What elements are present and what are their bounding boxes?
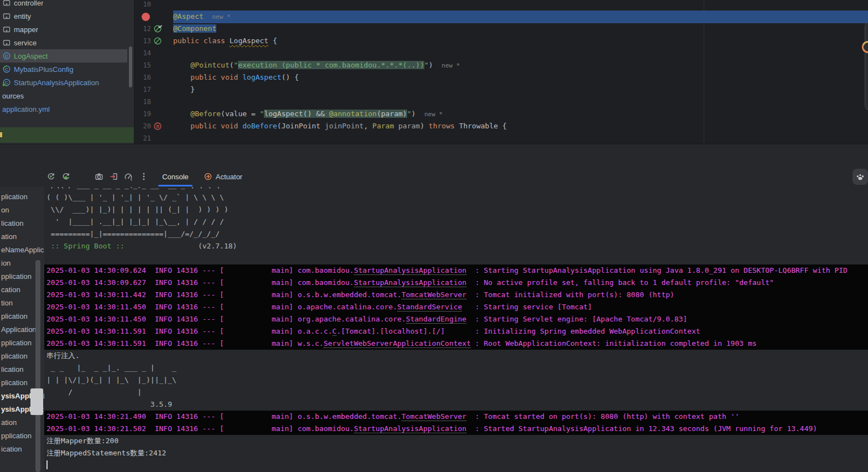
console-class-link[interactable]: StandardService: [397, 303, 462, 312]
code-token: ): [420, 122, 429, 130]
list-item[interactable]: lication: [1, 217, 44, 230]
code-text: @Pointcut("execution (public * com.baomi…: [173, 59, 868, 72]
line-number: 20: [134, 120, 151, 132]
tree-item-mybatisplusconfig[interactable]: CMybatisPlusConfig: [0, 63, 134, 76]
editor-line-17[interactable]: 17 }: [134, 84, 868, 96]
aspect-advice-icon[interactable]: m: [153, 122, 162, 131]
code-token: [320, 122, 325, 130]
tree-item-logaspect[interactable]: CLogAspect: [0, 49, 127, 63]
list-item[interactable]: on: [1, 204, 44, 217]
config-icon: C: [2, 65, 11, 74]
code-token: joinPoint: [325, 122, 363, 130]
code-token: (: [277, 122, 282, 130]
console-text: 2025-01-03 14:30:21.490 INFO 14316 --- […: [46, 412, 402, 421]
console-line: / |: [44, 386, 868, 398]
editor-line-11[interactable]: @Aspect new *: [134, 11, 868, 23]
code-token: }: [173, 85, 195, 94]
spring-gutter-icon[interactable]: [153, 37, 162, 45]
tree-item-application-yml[interactable]: application.yml: [0, 102, 134, 116]
run-toolbar: ConsoleActuator: [0, 166, 868, 187]
editor-line-10[interactable]: 10: [134, 0, 868, 11]
console-text: 2025-01-03 14:30:09.624 INFO 14316 --- […: [46, 266, 354, 274]
tree-item-label: LogAspect: [14, 52, 48, 60]
console-class-link[interactable]: TomcatWebServer: [402, 291, 466, 299]
list-selection-highlight: [30, 388, 43, 415]
console-text: :: Spring Boot ::: [46, 242, 124, 250]
code-text: public void logAspect() {: [173, 71, 868, 84]
attach-button[interactable]: [110, 172, 118, 181]
code-text: public void doBefore(JoinPoint joinPoint…: [173, 120, 868, 132]
rerun-button[interactable]: [46, 172, 55, 181]
editor-line-19[interactable]: 19 @Before(value = "logAspect() && @anno…: [134, 108, 868, 120]
run-highlight-row[interactable]: [0, 127, 134, 143]
console-line: [44, 459, 868, 471]
editor-line-14[interactable]: 14: [134, 47, 868, 59]
editor-line-15[interactable]: 15 @Pointcut("execution (public * com.ba…: [134, 59, 868, 71]
editor-line-18[interactable]: 18: [134, 96, 868, 108]
console-log-line: 2025-01-03 14:30:09.627 INFO 14316 --- […: [44, 277, 868, 289]
list-item[interactable]: eNameApplic: [1, 243, 44, 257]
console-text: : Tomcat started on port(s): 8080 (http)…: [466, 412, 739, 421]
console-log-line: 2025-01-03 14:30:11.450 INFO 14316 --- […: [44, 301, 868, 313]
code-editor[interactable]: 10@Aspect new *12@Component13public clas…: [134, 0, 868, 144]
tree-item-startupanalysisapplication[interactable]: CStartupAnalysisApplication: [0, 76, 134, 89]
console-text: : Tomcat initialized with port(s): 8080 …: [466, 291, 674, 299]
list-scrollbar[interactable]: [35, 260, 40, 472]
tree-item-label: mapper: [14, 25, 38, 34]
splitter-strip: [0, 144, 868, 166]
list-item[interactable]: plication: [1, 190, 44, 204]
tab-console[interactable]: Console: [158, 166, 193, 187]
breakpoint-icon[interactable]: [142, 13, 150, 21]
metrics-button[interactable]: [124, 172, 133, 181]
console-class-link[interactable]: TomcatWebServer: [402, 412, 466, 421]
console-log-line: 2025-01-03 14:30:11.591 INFO 14316 --- […: [44, 338, 868, 350]
snapshot-button[interactable]: [95, 172, 103, 181]
editor-line-21[interactable]: 21: [134, 132, 868, 144]
console-line: _ _ |_ _ _|_. ___ _ | _: [44, 362, 868, 374]
console-output[interactable]: /\\ / ___'_ __ _ _(_)_ __ __ _ \ \ \ \( …: [44, 187, 868, 472]
plugin-paw-button[interactable]: [853, 169, 868, 185]
console-text: ' |____| .__|_| |_|_| |_\__, | / / / /: [46, 217, 224, 226]
status-ring-icon[interactable]: [857, 39, 868, 55]
tab-actuator[interactable]: Actuator: [199, 166, 247, 187]
tree-item-controller[interactable]: controller: [0, 0, 134, 9]
console-line: 注册MappedStatements数量:2412: [44, 447, 868, 459]
console-text: 2025-01-03 14:30:11.591 INFO 14316 --- […: [46, 339, 324, 347]
tree-item-entity[interactable]: entity: [0, 9, 134, 23]
tab-label: Actuator: [216, 173, 242, 181]
console-class-link[interactable]: StartupAnalysisApplication: [354, 424, 467, 433]
console-line: /\\ / ___'_ __ _ _(_)_ __ __ _ \ \ \ \: [44, 187, 868, 191]
code-token: @annotation: [329, 110, 377, 118]
rerun-debug-button[interactable]: [61, 172, 70, 181]
code-token: throws: [429, 122, 455, 130]
console-line: 注册Mapper数量:200: [44, 435, 868, 447]
tree-item-ources[interactable]: ources: [0, 89, 134, 102]
editor-line-20[interactable]: 20m public void doBefore(JoinPoint joinP…: [134, 120, 868, 132]
editor-line-16[interactable]: 16 public void logAspect() {: [134, 71, 868, 84]
tree-item-service[interactable]: service: [0, 36, 134, 49]
list-item[interactable]: ation: [1, 230, 44, 243]
console-class-link[interactable]: StartupAnalysisApplication: [354, 278, 467, 287]
code-token: () {: [282, 73, 299, 81]
console-class-link[interactable]: StartupAnalysisApplication: [354, 266, 467, 275]
svg-text:m: m: [156, 123, 159, 129]
tree-item-mapper[interactable]: mapper: [0, 23, 134, 36]
code-token: [204, 12, 212, 20]
more-options-button[interactable]: [139, 172, 148, 181]
svg-text:C: C: [5, 80, 8, 85]
editor-line-13[interactable]: 13public class LogAspect {: [134, 35, 868, 47]
console-log-line: 2025-01-03 14:30:11.450 INFO 14316 --- […: [44, 313, 868, 325]
console-class-link[interactable]: ServletWebServerApplicationContext: [324, 339, 471, 348]
code-text: @Component: [173, 23, 868, 35]
console-class-link[interactable]: StandardEngine: [406, 315, 467, 324]
tree-scrollbar[interactable]: [129, 46, 132, 87]
spring-check-gutter-icon[interactable]: [153, 24, 162, 33]
console-line: :: Spring Boot :: (v2.7.18): [44, 240, 868, 252]
code-token: [173, 61, 190, 69]
tree-item-label: ources: [2, 92, 24, 100]
editor-line-12[interactable]: 12@Component: [134, 23, 868, 35]
code-token: [173, 73, 190, 81]
console-text: (v2.7.18): [124, 242, 237, 250]
console-text: ( ( )\___ | '_ | '_| | '_ \/ _` | \ \ \ …: [46, 193, 224, 201]
svg-text:C: C: [5, 67, 8, 72]
